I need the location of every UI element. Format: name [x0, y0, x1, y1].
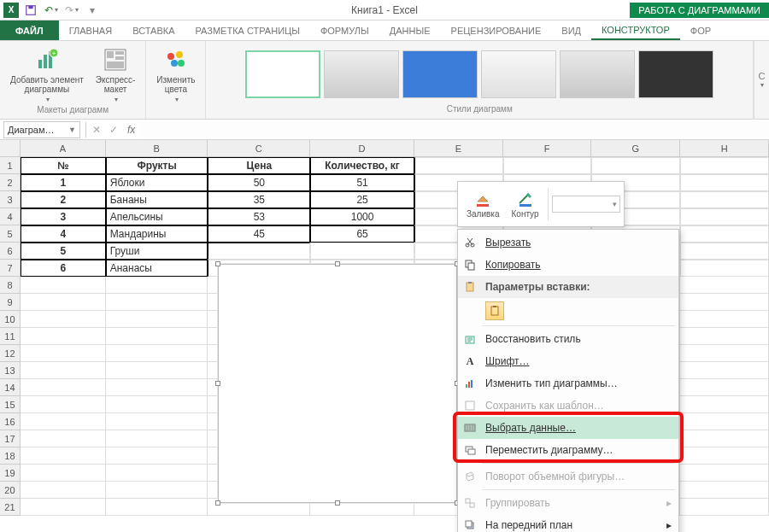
tab-file[interactable]: ФАЙЛ [0, 20, 59, 40]
ctx-paste-option-1[interactable] [458, 298, 678, 324]
col-header-H[interactable]: H [680, 140, 769, 156]
quick-layout-button[interactable]: Экспресс- макет [92, 44, 139, 105]
row-header[interactable]: 6 [0, 243, 21, 260]
cell[interactable]: Количество, кг [310, 157, 414, 174]
cell[interactable]: Цена [208, 157, 310, 174]
row-header[interactable]: 10 [0, 311, 21, 328]
cell[interactable]: 2 [21, 191, 106, 208]
cell[interactable] [414, 157, 503, 174]
tab-home[interactable]: ГЛАВНАЯ [59, 20, 122, 40]
cell[interactable]: Бананы [106, 191, 208, 208]
fill-button[interactable]: Заливка [461, 189, 505, 220]
cell[interactable]: 51 [310, 174, 414, 191]
col-header-A[interactable]: A [21, 140, 106, 156]
row-header[interactable]: 21 [0, 499, 21, 516]
row-header[interactable]: 19 [0, 465, 21, 482]
col-header-D[interactable]: D [310, 140, 414, 156]
ctx-reset-style[interactable]: Восстановить стиль [458, 328, 678, 350]
cell[interactable]: 1 [21, 174, 106, 191]
cell[interactable]: 1000 [310, 208, 414, 225]
cell[interactable]: Фрукты [106, 157, 208, 174]
cell[interactable] [680, 157, 769, 174]
row-header[interactable]: 5 [0, 225, 21, 243]
cell[interactable]: Ананасы [106, 260, 208, 277]
cell[interactable]: 35 [208, 191, 310, 208]
cancel-formula-button[interactable]: ✕ [88, 124, 105, 136]
col-header-B[interactable]: B [106, 140, 208, 156]
chart-style-1[interactable] [245, 50, 320, 98]
select-all-corner[interactable] [0, 140, 21, 156]
row-header[interactable]: 9 [0, 294, 21, 311]
style-dropdown[interactable]: ▾ [552, 196, 620, 213]
name-box[interactable]: Диаграм… ▼ [3, 121, 80, 138]
cell[interactable] [310, 243, 414, 260]
row-header[interactable]: 11 [0, 328, 21, 345]
outline-button[interactable]: Контур [507, 189, 544, 220]
add-chart-element-button[interactable]: + Добавить элемент диаграммы [7, 44, 87, 105]
row-header[interactable]: 4 [0, 208, 21, 225]
col-header-G[interactable]: G [591, 140, 680, 156]
undo-button[interactable]: ↶ [43, 2, 60, 19]
cell[interactable]: 25 [310, 191, 414, 208]
row-header[interactable]: 18 [0, 447, 21, 465]
cell[interactable] [503, 157, 592, 174]
fx-icon[interactable]: fx [122, 124, 140, 136]
row-header[interactable]: 20 [0, 482, 21, 499]
save-button[interactable] [22, 2, 39, 19]
chart-style-6[interactable] [638, 50, 713, 98]
change-colors-button[interactable]: Изменить цвета [153, 44, 198, 105]
col-header-E[interactable]: E [414, 140, 503, 156]
cell[interactable]: Груши [106, 243, 208, 260]
name-box-dropdown-icon[interactable]: ▼ [68, 126, 76, 134]
chart-style-3[interactable] [402, 50, 478, 98]
confirm-formula-button[interactable]: ✓ [105, 124, 122, 136]
tab-view[interactable]: ВИД [551, 20, 591, 40]
cell[interactable]: № [21, 157, 106, 174]
tab-format[interactable]: ФОР [680, 20, 721, 40]
tab-data[interactable]: ДАННЫЕ [379, 20, 441, 40]
cell[interactable]: 50 [208, 174, 310, 191]
tab-insert[interactable]: ВСТАВКА [122, 20, 185, 40]
row-header[interactable]: 1 [0, 157, 21, 174]
row-header[interactable]: 3 [0, 191, 21, 208]
row-header[interactable]: 17 [0, 430, 21, 447]
col-header-F[interactable]: F [503, 140, 592, 156]
ctx-move-chart[interactable]: Переместить диаграмму… [458, 439, 678, 461]
cell[interactable]: Яблоки [106, 174, 208, 191]
row-header[interactable]: 12 [0, 345, 21, 362]
cell[interactable]: 3 [21, 208, 106, 225]
tab-review[interactable]: РЕЦЕНЗИРОВАНИЕ [441, 20, 552, 40]
cell[interactable]: 6 [21, 260, 106, 277]
cell[interactable]: 53 [208, 208, 310, 225]
cell[interactable]: Апельсины [106, 208, 208, 225]
ctx-font[interactable]: A Шрифт… [458, 350, 678, 372]
ctx-bring-front[interactable]: На передний план ▸ [458, 514, 678, 532]
ctx-change-chart-type[interactable]: Изменить тип диаграммы… [458, 372, 678, 395]
tab-formulas[interactable]: ФОРМУЛЫ [310, 20, 379, 40]
col-header-C[interactable]: C [208, 140, 310, 156]
qat-customize-button[interactable]: ▾ [84, 2, 101, 19]
row-header[interactable]: 14 [0, 379, 21, 396]
tab-design[interactable]: КОНСТРУКТОР [591, 20, 680, 40]
row-header[interactable]: 15 [0, 396, 21, 413]
ctx-copy[interactable]: Копировать [458, 254, 678, 276]
ribbon-overflow[interactable]: С▾ [754, 41, 769, 119]
ctx-select-data[interactable]: Выбрать данные… [458, 417, 678, 439]
tab-page-layout[interactable]: РАЗМЕТКА СТРАНИЦЫ [185, 20, 309, 40]
ctx-cut[interactable]: Вырезать [458, 231, 678, 254]
row-header[interactable]: 2 [0, 174, 21, 191]
chart-style-2[interactable] [324, 50, 399, 98]
cell[interactable]: Мандарины [106, 225, 208, 243]
row-header[interactable]: 8 [0, 277, 21, 294]
chart-styles-gallery[interactable] [242, 44, 717, 104]
cell[interactable] [208, 243, 310, 260]
cell[interactable]: 45 [208, 225, 310, 243]
row-header[interactable]: 7 [0, 260, 21, 277]
row-header[interactable]: 16 [0, 413, 21, 430]
chart-style-4[interactable] [481, 50, 556, 98]
chart-object[interactable] [218, 264, 457, 503]
redo-button[interactable]: ↷ [63, 2, 80, 19]
cell[interactable]: 4 [21, 225, 106, 243]
row-header[interactable]: 13 [0, 362, 21, 379]
cell[interactable]: 5 [21, 243, 106, 260]
